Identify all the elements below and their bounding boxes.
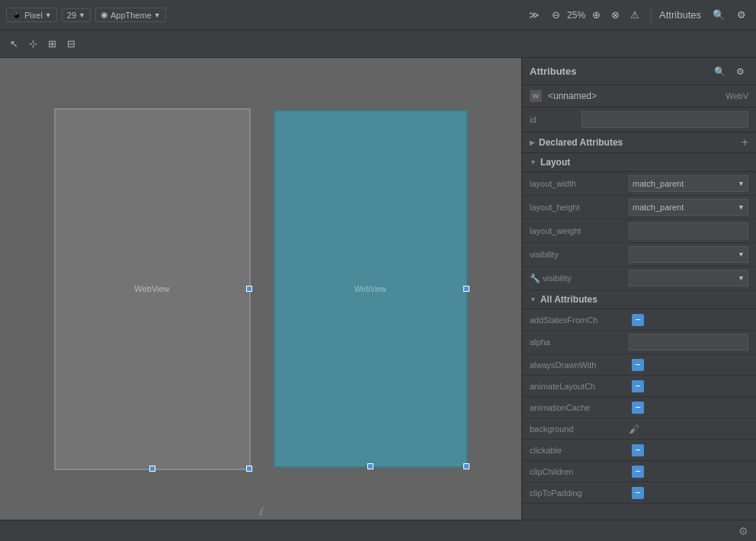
- resize-handle-bottom-2[interactable]: [367, 463, 373, 469]
- always-drawn-row: alwaysDrawnWith −: [522, 354, 756, 376]
- attributes-label: Attributes: [659, 9, 701, 21]
- visibility-wrench-row: 🔧 visibility ▼: [522, 267, 756, 290]
- visibility-label: visibility: [530, 250, 629, 259]
- id-input[interactable]: [581, 111, 748, 128]
- background-paint-btn[interactable]: 🖌: [629, 423, 748, 435]
- api-selector[interactable]: 29 ▼: [62, 8, 91, 22]
- layout-weight-label: layout_weight: [530, 226, 629, 235]
- device-screen-1[interactable]: WebView: [54, 108, 251, 470]
- layout-height-label: layout_height: [530, 203, 629, 212]
- background-label: background: [530, 424, 629, 434]
- overflow-icon: ≫: [529, 9, 540, 21]
- search-icon: 🔍: [713, 9, 725, 21]
- layout-width-label: layout_width: [530, 179, 629, 188]
- main-area: WebView WebView // Attribute: [0, 58, 756, 520]
- layout-width-value: match_parent: [633, 179, 684, 188]
- device-screen-2[interactable]: WebView: [274, 110, 468, 468]
- add-states-row: addStatesFromCh −: [522, 309, 756, 331]
- top-toolbar: 📱 Pixel ▼ 29 ▼ ◉ AppTheme ▼ ≫ ⊖ 25% ⊕ ⊗ …: [0, 0, 756, 30]
- webview-label-1: WebView: [134, 284, 169, 293]
- align-tool-btn[interactable]: ⊞: [44, 36, 60, 52]
- animation-cache-minus-btn[interactable]: −: [632, 402, 644, 414]
- device-frame-2: WebView: [274, 110, 468, 468]
- select-tool-btn[interactable]: ↖: [6, 36, 22, 52]
- component-header: W <unnamed> WebV: [522, 85, 756, 107]
- zoom-label: 25%: [567, 10, 585, 21]
- diag-lines: //: [259, 506, 262, 518]
- chevron-down-icon: ▼: [738, 251, 745, 258]
- panel-gear-btn[interactable]: ⚙: [732, 64, 748, 79]
- zoom-in-btn[interactable]: ⊕: [588, 7, 604, 23]
- zoom-area: ⊖ 25% ⊕ ⊗ ⚠: [548, 7, 643, 23]
- zoom-fit-icon: ⊗: [611, 9, 620, 21]
- layout-height-select[interactable]: match_parent ▼: [629, 199, 748, 216]
- settings-icon[interactable]: ⚙: [738, 525, 748, 537]
- background-row: background 🖌: [522, 418, 756, 440]
- plus-circle-icon: ⊕: [592, 9, 601, 21]
- zoom-fit-btn[interactable]: ⊗: [607, 7, 623, 23]
- clip-children-minus-btn[interactable]: −: [632, 466, 644, 478]
- declared-section-title: Declared Attributes: [539, 137, 623, 148]
- gear-icon: ⚙: [737, 9, 746, 21]
- device-frame-1: WebView: [54, 108, 251, 470]
- cursor-icon: ↖: [10, 38, 18, 50]
- alpha-input[interactable]: [629, 334, 748, 351]
- layout-weight-input[interactable]: [629, 222, 748, 239]
- distribute-tool-btn[interactable]: ⊟: [63, 36, 79, 52]
- id-row: id: [522, 107, 756, 133]
- panel-search-btn[interactable]: 🔍: [710, 64, 729, 79]
- theme-label: AppTheme: [111, 11, 152, 20]
- always-drawn-minus-btn[interactable]: −: [632, 359, 644, 371]
- visibility-row: visibility ▼: [522, 243, 756, 267]
- move-icon: ⊹: [29, 38, 37, 50]
- theme-selector[interactable]: ◉ AppTheme ▼: [95, 8, 166, 22]
- layout-height-row: layout_height match_parent ▼: [522, 196, 756, 219]
- gear-btn[interactable]: ⚙: [733, 7, 750, 23]
- circle-icon: ◉: [101, 10, 108, 20]
- web-icon: W: [533, 92, 540, 100]
- layout-height-value: match_parent: [633, 203, 684, 212]
- layout-section-header[interactable]: ▼ Layout: [522, 153, 756, 172]
- all-attributes-section-header[interactable]: ▼ All Attributes: [522, 290, 756, 309]
- declared-section-header[interactable]: ▶ Declared Attributes +: [522, 133, 756, 153]
- panel-title: Attributes: [530, 66, 576, 77]
- overflow-btn[interactable]: ≫: [525, 7, 543, 23]
- visibility-select[interactable]: ▼: [629, 246, 748, 263]
- warning-btn[interactable]: ⚠: [626, 7, 643, 23]
- layout-section-title: Layout: [540, 157, 570, 168]
- declared-add-btn[interactable]: +: [742, 136, 748, 149]
- alpha-row: alpha: [522, 331, 756, 354]
- layout-width-select[interactable]: match_parent ▼: [629, 175, 748, 192]
- resize-handle-right[interactable]: [246, 286, 252, 292]
- panel-header-icons: 🔍 ⚙: [710, 64, 748, 79]
- move-tool-btn[interactable]: ⊹: [25, 36, 41, 52]
- resize-handle-bottom[interactable]: [149, 466, 155, 472]
- always-drawn-label: alwaysDrawnWith: [530, 360, 629, 370]
- visibility-wrench-select[interactable]: ▼: [629, 270, 748, 287]
- resize-handle-right-2[interactable]: [463, 286, 469, 292]
- chevron-down-icon: ▼: [45, 11, 52, 19]
- bottom-bar: //: [0, 504, 521, 520]
- panel-header: Attributes 🔍 ⚙: [522, 58, 756, 85]
- zoom-out-btn[interactable]: ⊖: [548, 7, 564, 23]
- visibility-wrench-label: 🔧 visibility: [530, 274, 629, 283]
- chevron-down-icon: ▼: [154, 11, 161, 19]
- api-label: 29: [67, 11, 76, 20]
- clickable-minus-btn[interactable]: −: [632, 444, 644, 456]
- triangle-icon-3: ▼: [530, 296, 537, 303]
- clip-children-row: clipChildren −: [522, 461, 756, 482]
- device-selector[interactable]: 📱 Pixel ▼: [6, 8, 57, 22]
- id-label: id: [530, 115, 575, 124]
- resize-handle-corner[interactable]: [246, 466, 252, 472]
- resize-handle-corner-2[interactable]: [463, 463, 469, 469]
- webview-label-2: WebView: [354, 285, 386, 293]
- device-label: Pixel: [24, 11, 43, 20]
- search-btn[interactable]: 🔍: [709, 7, 729, 23]
- canvas-area[interactable]: WebView WebView //: [0, 58, 521, 520]
- clickable-row: clickable −: [522, 440, 756, 461]
- animate-layout-minus-btn[interactable]: −: [632, 380, 644, 392]
- animate-layout-label: animateLayoutCh: [530, 382, 629, 391]
- clip-to-padding-minus-btn[interactable]: −: [632, 487, 644, 499]
- clip-to-padding-label: clipToPadding: [530, 488, 629, 498]
- add-states-minus-btn[interactable]: −: [632, 314, 644, 326]
